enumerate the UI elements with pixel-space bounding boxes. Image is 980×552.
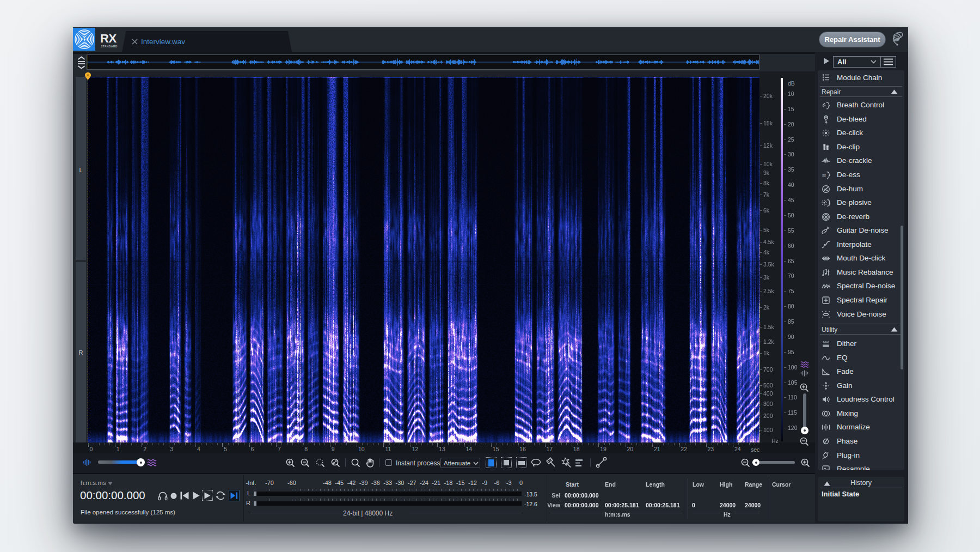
svg-text:ss: ss [822,173,826,177]
